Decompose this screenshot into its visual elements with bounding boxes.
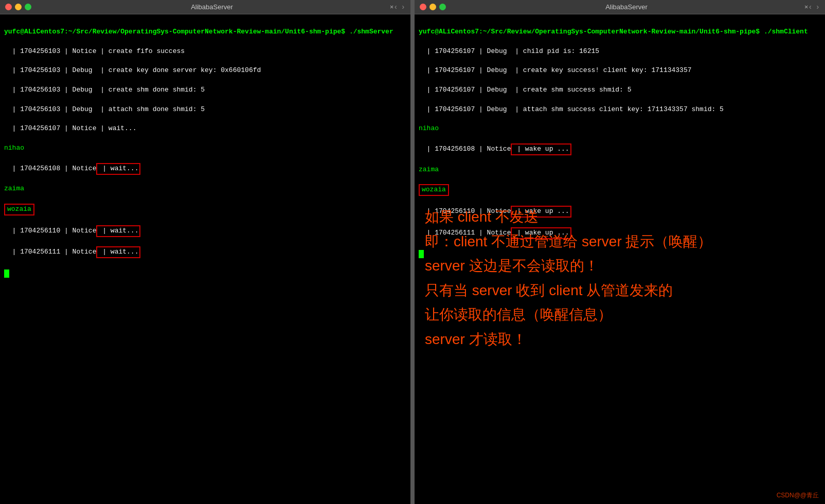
- annotation-line-4: 只有当 server 收到 client 从管道发来的: [425, 278, 815, 303]
- left-notice2-box: | wait...: [96, 225, 140, 237]
- left-notice2-line: | 1704256110 | Notice | wait...: [4, 225, 406, 237]
- annotation-text: 如果 client 不发送 即：client 不通过管道给 server 提示（…: [425, 205, 815, 352]
- right-wozaia-box-line: wozaia: [419, 184, 821, 196]
- left-title: AlibabaServer: [37, 3, 387, 11]
- left-notice3-line: | 1704256111 | Notice | wait...: [4, 246, 406, 258]
- pane-divider[interactable]: [410, 0, 415, 504]
- right-nihao: nihao: [419, 124, 821, 134]
- left-nihao: nihao: [4, 143, 406, 153]
- left-tab-close[interactable]: ✕: [390, 3, 393, 11]
- left-nav-arrows: ‹ ›: [393, 3, 405, 11]
- annotation-line-1: 如果 client 不发送: [425, 205, 815, 229]
- right-tab-close[interactable]: ✕: [804, 3, 808, 11]
- right-arrow-prev[interactable]: ‹: [808, 3, 812, 11]
- right-titlebar: AlibabaServer ✕ ‹ ›: [415, 0, 825, 14]
- left-notice3-box: | wait...: [96, 246, 140, 258]
- left-log-3: | 1704256103 | Debug | create shm done s…: [4, 85, 406, 95]
- annotation-area: 如果 client 不发送 即：client 不通过管道给 server 提示（…: [425, 205, 815, 453]
- left-notice1-line: | 1704256108 | Notice | wait...: [4, 163, 406, 175]
- right-maximize-button[interactable]: [439, 4, 446, 10]
- left-wozaia-box: wozaia: [4, 204, 34, 215]
- right-title: AlibabaServer: [451, 3, 802, 11]
- left-titlebar: AlibabaServer ✕ ‹ ›: [0, 0, 410, 14]
- right-notice1-line: | 1704256108 | Notice | wake up ...: [419, 143, 821, 155]
- annotation-line-5: 让你读取的信息（唤醒信息）: [425, 302, 815, 327]
- right-arrow-next[interactable]: ›: [816, 3, 820, 11]
- left-prompt: yufc@ALiCentos7:~/Src/Review/OperatingSy…: [4, 27, 406, 37]
- left-traffic-lights: [5, 4, 31, 10]
- right-notice1-box: | wake up ...: [511, 143, 571, 155]
- left-arrow-prev[interactable]: ‹: [393, 3, 398, 11]
- right-cursor: [419, 250, 424, 258]
- left-maximize-button[interactable]: [25, 4, 31, 10]
- left-minimize-button[interactable]: [15, 4, 22, 10]
- main-layout: AlibabaServer ✕ ‹ › yufc@ALiCentos7:~/Sr…: [0, 0, 825, 504]
- right-wozaia-box: wozaia: [419, 184, 449, 196]
- left-log-4: | 1704256103 | Debug | attach shm done s…: [4, 105, 406, 115]
- left-log-2: | 1704256103 | Debug | create key done s…: [4, 66, 406, 76]
- right-prompt: yufc@ALiCentos7:~/Src/Review/OperatingSy…: [419, 27, 821, 37]
- left-terminal-body: yufc@ALiCentos7:~/Src/Review/OperatingSy…: [0, 14, 410, 504]
- right-log-2: | 1704256107 | Debug | create key succes…: [419, 66, 821, 76]
- left-notice1-box: | wait...: [96, 163, 140, 175]
- right-log-4: | 1704256107 | Debug | attach shm succes…: [419, 105, 821, 115]
- right-nav-arrows: ‹ ›: [808, 3, 820, 11]
- right-terminal-body: yufc@ALiCentos7:~/Src/Review/OperatingSy…: [415, 14, 825, 504]
- right-log-1: | 1704256107 | Debug | child pid is: 162…: [419, 47, 821, 57]
- annotation-line-3: server 这边是不会读取的！: [425, 254, 815, 278]
- left-wozaia-box-line: wozaia: [4, 204, 406, 215]
- right-minimize-button[interactable]: [429, 4, 436, 10]
- right-terminal-pane: AlibabaServer ✕ ‹ › yufc@ALiCentos7:~/Sr…: [415, 0, 825, 504]
- left-close-button[interactable]: [5, 4, 12, 10]
- left-terminal-pane: AlibabaServer ✕ ‹ › yufc@ALiCentos7:~/Sr…: [0, 0, 410, 504]
- left-cursor-line: [4, 268, 406, 278]
- left-cursor: [4, 269, 9, 278]
- right-close-button[interactable]: [420, 4, 426, 10]
- annotation-line-6: server 才读取！: [425, 327, 815, 352]
- left-log-1: | 1704256103 | Notice | create fifo succ…: [4, 47, 406, 57]
- annotation-line-2: 即：client 不通过管道给 server 提示（唤醒）: [425, 229, 815, 254]
- right-traffic-lights: [420, 4, 446, 10]
- left-zaima: zaima: [4, 184, 406, 194]
- left-log-5: | 1704256107 | Notice | wait...: [4, 124, 406, 134]
- left-terminal-content: yufc@ALiCentos7:~/Src/Review/OperatingSy…: [4, 17, 406, 297]
- csdn-watermark: CSDN@@青丘: [777, 491, 819, 500]
- left-arrow-next[interactable]: ›: [401, 3, 405, 11]
- right-zaima: zaima: [419, 165, 821, 175]
- right-log-3: | 1704256107 | Debug | create shm succes…: [419, 85, 821, 95]
